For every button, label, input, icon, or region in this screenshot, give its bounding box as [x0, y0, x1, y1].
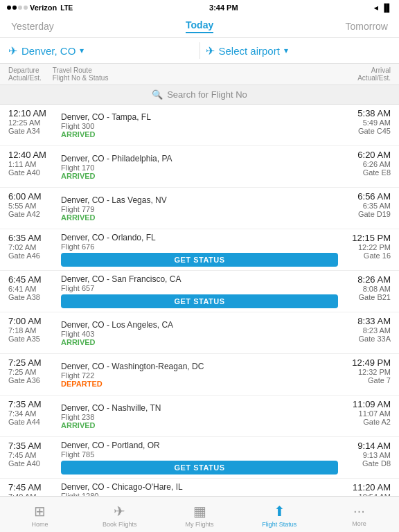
arrival-gate: Gate A2: [344, 418, 391, 426]
departure-time: 7:45 AM: [8, 482, 55, 493]
arrival-est: 11:07 AM: [344, 409, 391, 418]
departure-gate: Gate A38: [8, 293, 55, 301]
departure-est: 7:34 AM: [8, 409, 55, 418]
flight-route: Denver, CO - Las Vegas, NV: [61, 195, 338, 205]
get-status-button[interactable]: GET STATUS: [61, 253, 338, 267]
flight-number: Flight 238: [61, 413, 338, 421]
nav-tomorrow[interactable]: Tomorrow: [346, 21, 388, 32]
carrier-name: Verizon: [30, 3, 57, 12]
flight-row: 7:00 AM 7:18 AM Gate A35 Denver, CO - Lo…: [0, 312, 399, 354]
flight-info: Denver, CO - Orlando, FL Flight 676 GET …: [55, 233, 344, 267]
departure-time: 7:25 AM: [8, 357, 55, 368]
status-badge: ARRIVED: [61, 213, 338, 222]
arrival-time: 11:09 AM: [344, 399, 391, 409]
departure-info: 6:35 AM 7:02 AM Gate A46: [8, 233, 55, 267]
arrival-time: 9:14 AM: [344, 441, 391, 451]
flight-route: Denver, CO - Philadelphia, PA: [61, 154, 338, 163]
airport-selector-row: ✈ Denver, CO ▾ ✈ Select airport ▾: [0, 38, 399, 64]
nav-today[interactable]: Today: [186, 19, 213, 33]
flight-row: 7:25 AM 7:25 AM Gate A36 Denver, CO - Wa…: [0, 354, 399, 396]
departure-info: 7:45 AM 7:40 AM Gate A42: [8, 482, 55, 496]
departure-time: 6:35 AM: [8, 233, 55, 243]
tab-home[interactable]: ⊞ Home: [0, 503, 80, 528]
search-bar[interactable]: 🔍 Search for Flight No: [0, 85, 399, 105]
search-placeholder: Search for Flight No: [167, 89, 247, 100]
nav-yesterday[interactable]: Yesterday: [11, 21, 54, 32]
tab-more[interactable]: ··· More: [319, 503, 399, 527]
destination-airport-selector[interactable]: ✈ Select airport ▾: [206, 44, 391, 57]
flight-route: Denver, CO - Portland, OR: [61, 441, 338, 450]
my-flights-icon: ▦: [193, 503, 206, 520]
departure-gate: Gate A40: [8, 168, 55, 177]
flight-row: 7:35 AM 7:45 AM Gate A40 Denver, CO - Po…: [0, 437, 399, 479]
tab-my-flights-label: My Flights: [186, 521, 214, 528]
tab-my-flights[interactable]: ▦ My Flights: [159, 503, 239, 528]
flight-number: Flight 170: [61, 163, 338, 172]
flight-number: Flight 785: [61, 450, 338, 459]
arrival-gate: Gate 33A: [344, 335, 391, 343]
flight-info: Denver, CO - Los Angeles, CA Flight 403 …: [55, 316, 344, 350]
flight-status-icon: ⬆: [274, 503, 285, 520]
flight-route: Denver, CO - Orlando, FL: [61, 233, 338, 242]
departure-est: 5:55 AM: [8, 202, 55, 210]
arrival-time: 6:20 AM: [344, 150, 391, 160]
destination-plane-icon: ✈: [206, 44, 215, 57]
arrival-gate: Gate E8: [344, 168, 391, 177]
arrival-info: 11:20 AM 10:54 AM Gate L1: [344, 482, 391, 496]
tab-bar: ⊞ Home ✈ Book Flights ▦ My Flights ⬆ Fli…: [0, 496, 399, 532]
flight-route: Denver, CO - Tampa, FL: [61, 112, 338, 122]
flight-info: Denver, CO - Portland, OR Flight 785 GET…: [55, 441, 344, 475]
departure-gate: Gate A46: [8, 251, 55, 260]
arrival-gate: Gate D8: [344, 459, 391, 468]
departure-gate: Gate A44: [8, 418, 55, 426]
actual-est-label: Actual/Est.: [8, 74, 42, 82]
status-badge: ARRIVED: [61, 338, 338, 346]
departure-est: 12:25 AM: [8, 118, 55, 127]
flight-number: Flight 779: [61, 205, 338, 213]
origin-airport-text: Denver, CO: [21, 45, 76, 57]
flight-row: 6:00 AM 5:55 AM Gate A42 Denver, CO - La…: [0, 188, 399, 229]
flight-route: Denver, CO - Chicago-O'Hare, IL: [61, 482, 338, 492]
tab-flight-status[interactable]: ⬆ Flight Status: [240, 503, 319, 528]
flight-row: 12:40 AM 1:11 AM Gate A40 Denver, CO - P…: [0, 146, 399, 188]
arrival-est: 8:08 AM: [344, 285, 391, 293]
departure-gate: Gate A34: [8, 127, 55, 135]
search-icon: 🔍: [152, 89, 163, 100]
arrival-info: 12:49 PM 12:32 PM Gate 7: [344, 357, 391, 391]
flight-route: Denver, CO - Los Angeles, CA: [61, 320, 338, 330]
arrival-time: 11:20 AM: [344, 482, 391, 493]
flight-number: Flight 403: [61, 330, 338, 338]
airport-divider: [200, 42, 200, 59]
flight-info: Denver, CO - Washington-Reagan, DC Fligh…: [55, 357, 344, 391]
flight-number: Flight 676: [61, 242, 338, 251]
tab-book-flights[interactable]: ✈ Book Flights: [80, 503, 159, 528]
destination-airport-text: Select airport: [219, 45, 280, 57]
departure-time: 7:00 AM: [8, 316, 55, 326]
tab-book-flights-label: Book Flights: [103, 521, 137, 528]
arrival-time: 8:26 AM: [344, 274, 391, 285]
departure-label: Departure: [8, 66, 42, 74]
flight-number: Flight 722: [61, 371, 338, 380]
flight-row: 6:45 AM 6:41 AM Gate A38 Denver, CO - Sa…: [0, 271, 399, 312]
origin-chevron-icon: ▾: [80, 46, 84, 55]
departure-est: 7:02 AM: [8, 243, 55, 251]
origin-airport-selector[interactable]: ✈ Denver, CO ▾: [8, 44, 194, 57]
arrival-info: 8:26 AM 8:08 AM Gate B21: [344, 274, 391, 308]
get-status-button[interactable]: GET STATUS: [61, 294, 338, 308]
status-badge: ARRIVED: [61, 421, 338, 429]
arrival-time: 12:15 PM: [344, 233, 391, 243]
arrival-info: 12:15 PM 12:22 PM Gate 16: [344, 233, 391, 267]
flight-info: Denver, CO - Las Vegas, NV Flight 779 AR…: [55, 191, 344, 225]
arrival-info: 8:33 AM 8:23 AM Gate 33A: [344, 316, 391, 350]
more-icon: ···: [353, 503, 365, 519]
get-status-button[interactable]: GET STATUS: [61, 461, 338, 475]
arrival-time: 6:56 AM: [344, 191, 391, 202]
arrival-gate: Gate 7: [344, 376, 391, 384]
flight-route: Denver, CO - San Francisco, CA: [61, 274, 338, 284]
departure-info: 12:10 AM 12:25 AM Gate A34: [8, 108, 55, 142]
origin-plane-icon: ✈: [8, 44, 17, 57]
arrival-time: 5:38 AM: [344, 108, 391, 118]
arrival-est: 12:32 PM: [344, 368, 391, 376]
tab-more-label: More: [352, 520, 366, 527]
departure-est: 1:11 AM: [8, 160, 55, 168]
